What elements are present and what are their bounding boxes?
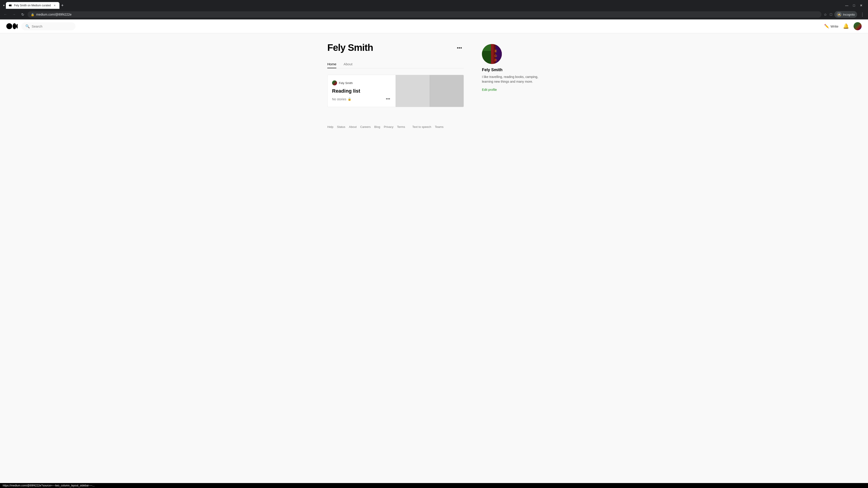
profile-avatar-button[interactable]	[854, 22, 862, 30]
browser-chrome: ▾ Fely Smith on Medium curated × + — □ ✕…	[0, 0, 868, 20]
close-button[interactable]: ✕	[858, 2, 864, 8]
svg-point-3	[13, 23, 16, 29]
tab-title: Fely Smith on Medium curated	[14, 4, 51, 7]
lock-icon: 🔒	[348, 97, 351, 101]
search-input[interactable]	[32, 24, 68, 28]
tab-dropdown-button[interactable]: ▾	[2, 3, 6, 8]
lock-icon: 🔒	[31, 13, 34, 16]
svg-point-2	[6, 23, 12, 29]
bookmark-button[interactable]: ☆	[823, 11, 828, 18]
edit-profile-button[interactable]: Edit profile	[482, 88, 497, 92]
bell-icon: 🔔	[843, 23, 849, 29]
extensions-area: 🕵 Incognito	[834, 11, 857, 18]
more-options-button[interactable]: •••	[455, 44, 464, 52]
browser-more-button[interactable]: ⋮	[859, 11, 866, 18]
svg-text:茗: 茗	[494, 50, 497, 53]
address-bar-row: ← → ↻ 🔒 medium.com/@89f4222e ☆ □ 🕵 Incog…	[0, 9, 868, 20]
refresh-button[interactable]: ↻	[19, 11, 26, 18]
address-text: medium.com/@89f4222e	[36, 13, 818, 16]
footer-link-help[interactable]: Help	[327, 125, 333, 129]
footer-links: Help Status About Careers Blog Privacy T…	[327, 125, 464, 129]
card-more-button[interactable]: •••	[386, 97, 390, 101]
back-button[interactable]: ←	[2, 11, 9, 18]
no-stories-label: No stories 🔒	[332, 97, 351, 101]
tab-close-button[interactable]: ×	[53, 3, 57, 7]
sidebar: 茗 山 路 Fely Smith I like travelling, read…	[482, 42, 541, 488]
card-image-1	[396, 75, 430, 107]
svg-point-4	[16, 24, 18, 29]
card-footer: No stories 🔒 •••	[332, 97, 390, 101]
write-button[interactable]: ✏️ Write	[824, 24, 838, 29]
reader-mode-button[interactable]: □	[829, 11, 833, 18]
main-content: Fely Smith ••• Home About Fely Smith	[321, 33, 547, 488]
medium-header: 🔍 ✏️ Write 🔔	[0, 20, 868, 33]
tab-home[interactable]: Home	[327, 60, 336, 68]
write-label: Write	[831, 24, 838, 28]
tab-favicon	[8, 4, 12, 7]
maximize-button[interactable]: □	[851, 2, 857, 8]
no-stories-text: No stories	[332, 97, 346, 101]
footer-link-about[interactable]: About	[349, 125, 357, 129]
window-controls: — □ ✕	[842, 1, 866, 9]
footer-link-tts[interactable]: Text to speech	[412, 125, 431, 129]
sidebar-name: Fely Smith	[482, 68, 541, 72]
card-author-name: Fely Smith	[339, 81, 352, 85]
footer-link-careers[interactable]: Careers	[360, 125, 371, 129]
minimize-button[interactable]: —	[844, 2, 850, 8]
write-icon: ✏️	[824, 24, 829, 29]
profile-avatar-large: 茗 山 路	[482, 44, 502, 64]
reading-list-card: Fely Smith Reading list No stories 🔒 •••	[327, 75, 464, 107]
search-bar[interactable]: 🔍	[21, 22, 75, 30]
card-info: Fely Smith Reading list No stories 🔒 •••	[328, 75, 396, 107]
footer-link-terms[interactable]: Terms	[397, 125, 405, 129]
status-url: https://medium.com/@89f4222e?source=---t…	[3, 484, 95, 487]
new-tab-button[interactable]: +	[59, 2, 66, 9]
profile-tabs: Home About	[327, 60, 464, 68]
card-author: Fely Smith	[332, 80, 390, 86]
search-icon: 🔍	[25, 24, 30, 29]
page-title-row: Fely Smith •••	[327, 42, 464, 53]
address-bar[interactable]: 🔒 medium.com/@89f4222e	[28, 11, 822, 18]
forward-button[interactable]: →	[10, 11, 18, 18]
footer-link-privacy[interactable]: Privacy	[384, 125, 394, 129]
incognito-icon: 🕵	[837, 12, 842, 17]
incognito-button[interactable]: 🕵 Incognito	[834, 11, 857, 18]
medium-logo[interactable]	[6, 23, 18, 29]
card-images	[396, 75, 464, 107]
footer-link-teams[interactable]: Teams	[435, 125, 443, 129]
footer-link-status[interactable]: Status	[337, 125, 345, 129]
medium-app: 🔍 ✏️ Write 🔔 Fely Smith •••	[0, 20, 868, 488]
content-area: Fely Smith ••• Home About Fely Smith	[327, 42, 464, 488]
page-title: Fely Smith	[327, 42, 373, 53]
active-tab[interactable]: Fely Smith on Medium curated ×	[6, 2, 59, 9]
sidebar-bio: I like travelling, reading books, campin…	[482, 74, 541, 84]
incognito-label: Incognito	[843, 13, 855, 16]
status-bar: https://medium.com/@89f4222e?source=---t…	[0, 483, 868, 488]
notification-button[interactable]: 🔔	[842, 22, 850, 30]
card-author-avatar	[332, 80, 337, 86]
card-image-2	[430, 75, 464, 107]
svg-rect-1	[10, 4, 11, 6]
avatar	[854, 22, 862, 30]
svg-point-0	[9, 4, 11, 6]
svg-text:路: 路	[494, 59, 497, 62]
svg-text:山: 山	[494, 54, 497, 57]
card-title: Reading list	[332, 88, 390, 94]
footer-link-blog[interactable]: Blog	[374, 125, 380, 129]
tab-about[interactable]: About	[344, 60, 352, 68]
